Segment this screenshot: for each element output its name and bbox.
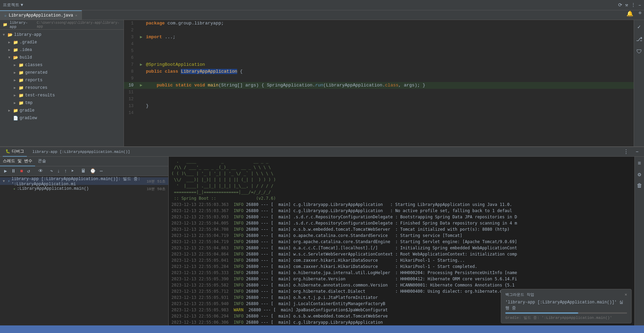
tree-item-gradlew[interactable]: ▶ 📄 gradlew [0, 114, 124, 122]
line-num-3: 3 [124, 34, 138, 41]
show-frames-btn[interactable]: 👁 [37, 168, 44, 175]
stop-btn[interactable]: ■ [19, 168, 24, 175]
debug-more-icon[interactable]: ⋮ [622, 148, 630, 156]
folder-icon: 📁 [19, 85, 24, 91]
pause-btn[interactable]: ⏸ [10, 168, 17, 175]
tree-item-gradlew-label: gradlew [20, 116, 37, 121]
code-line-5: 5 [124, 48, 634, 54]
tree-item-root[interactable]: ▼ 📂 library-app [0, 31, 124, 39]
tree-item-test-results[interactable]: ▶ 📁 test-results [0, 92, 124, 99]
tree-item-build[interactable]: ▼ 📂 build [0, 54, 124, 61]
tree-item-test-results-label: test-results [25, 93, 55, 98]
running-icon: ✦ [13, 186, 15, 191]
expand-arrow: ▶ [14, 101, 19, 105]
project-dropdown[interactable]: 프로젝트 ▼ [3, 2, 23, 8]
tree-item-gradle[interactable]: ▶ 📁 .gradle [0, 39, 124, 46]
debug-session-label: library-app [:LibraryAppApplication.main… [32, 150, 130, 154]
line-num-14: 14 [124, 110, 138, 116]
shield-sidebar-icon[interactable]: 🛡 [635, 48, 643, 56]
code-line-7: 7 ▶ @SpringBootApplication [124, 61, 634, 68]
line-gutter-3: ▶ [138, 34, 145, 41]
expand-arrow: ▶ [14, 86, 19, 90]
tab-close-icon[interactable]: ✕ [75, 13, 77, 18]
line-content-9 [145, 75, 149, 82]
tree-item-reports-label: reports [25, 78, 42, 83]
debug-minimize-icon[interactable]: – [633, 148, 641, 156]
line-num-12: 12 [124, 96, 138, 103]
thread-time-2: 10분 50초 [147, 186, 166, 191]
file-tree-panel: 📁 library-app C:\Users\ssong\app1\librar… [0, 20, 124, 146]
expand-arrow: ▶ [14, 71, 19, 75]
git-sidebar-icon[interactable]: ⎇ [635, 35, 643, 43]
log-line-14: 2023-12-13 22:55:05.582 INFO 26880 --- [… [171, 282, 632, 288]
step-out-btn[interactable]: ↑ [63, 168, 68, 175]
tree-item-idea[interactable]: ▶ 📁 .idea [0, 46, 124, 54]
filter-icon[interactable]: ≡ [635, 159, 644, 168]
debug-left-panel: 스레드 및 변수 콘솔 ▶ ⏸ ■ ↺ 👁 ↷ ↓ ↑ ➤ 🖩 [0, 157, 169, 325]
thread-label-1: library-app [:LibraryAppApplication.main… [11, 176, 147, 187]
project-label-text: 프로젝트 [3, 2, 19, 8]
line-content-7: @SpringBootApplication [145, 61, 205, 68]
log-line-11: 2023-12-13 22:55:05.284 INFO 26880 --- [… [171, 263, 632, 270]
trash-icon[interactable]: 🗑 [635, 181, 644, 190]
tree-item-classes-label: classes [25, 63, 42, 67]
sync-icon[interactable]: ⟳ [618, 2, 622, 8]
tree-item-generated[interactable]: ▶ 📁 generated [0, 69, 124, 76]
tree-item-idea-label: .idea [20, 48, 32, 52]
step-over-btn[interactable]: ↷ [49, 167, 54, 175]
code-editor[interactable]: 1 package com.group.libraryapp; 2 3 ▶ im… [124, 20, 634, 146]
more-debug-btn[interactable]: ⋯ [98, 167, 104, 175]
evaluate-btn[interactable]: 🖩 [80, 168, 87, 175]
tree-item-gradle2[interactable]: ▶ 📁 gradle [0, 107, 124, 114]
debug-tab-threads[interactable]: 스레드 및 변수 [0, 157, 35, 166]
more-icon[interactable]: ⋮ [631, 2, 636, 8]
tab-main-label: LibraryAppApplication.java [9, 13, 73, 18]
line-content-2 [145, 27, 149, 34]
tree-item-root-label: library-app [14, 32, 41, 37]
watch-btn[interactable]: ⌚ [88, 167, 97, 175]
line-content-11 [145, 89, 149, 96]
code-line-1: 1 package com.group.libraryapp; [124, 20, 634, 27]
code-line-12: 12 [124, 96, 634, 103]
popup-close-btn[interactable]: ✕ [625, 292, 627, 297]
expand-arrow: ▶ [8, 108, 13, 113]
tree-item-classes[interactable]: ▶ 📁 classes [0, 61, 124, 69]
line-content-10: public static void main(String[] args) {… [145, 82, 425, 89]
debug-tab-main[interactable]: 🐛 디버그 [3, 147, 27, 157]
tree-item-resources[interactable]: ▶ 📁 resources [0, 84, 124, 92]
debug-thread-item-1[interactable]: ▼ ⚡ library-app [:LibraryAppApplication.… [0, 177, 168, 185]
debug-thread-item-2[interactable]: ▶ ✦ :LibraryAppApplication.main() 10분 50… [0, 185, 168, 192]
code-line-14: 14 [124, 110, 634, 116]
expand-arrow: ▼ [3, 33, 8, 37]
step-into-btn[interactable]: ↓ [56, 168, 61, 175]
tree-item-reports[interactable]: ▶ 📁 reports [0, 76, 124, 84]
code-line-2: 2 [124, 27, 634, 34]
checkmark-sidebar-icon[interactable]: ✓ [635, 23, 643, 31]
restart-btn[interactable]: ↺ [26, 167, 31, 175]
folder-icon: 📁 [19, 93, 24, 98]
folder-icon: 📁 [3, 22, 8, 27]
build-icon[interactable]: ⚒ [625, 2, 628, 8]
line-num-7: 7 [124, 61, 138, 68]
log-line-9: 2023-12-13 22:55:04.864 INFO 26880 --- [… [171, 251, 632, 257]
debug-tab-bar: 스레드 및 변수 콘솔 [0, 157, 168, 166]
settings-icon[interactable]: ⚙ [636, 10, 644, 20]
step-cursor-btn[interactable]: ➤ [70, 167, 75, 175]
resume-btn[interactable]: ▶ [3, 167, 8, 175]
settings-debug-icon[interactable]: ⚙ [635, 170, 644, 179]
console-tab-label: 콘솔 [38, 158, 46, 164]
folder-open-icon: 📂 [13, 55, 18, 60]
folder-icon: 📁 [13, 40, 18, 45]
debug-tab-console[interactable]: 콘솔 [35, 157, 49, 166]
tab-main[interactable]: ☕ LibraryAppApplication.java ✕ [0, 10, 82, 20]
code-line-4: 4 [124, 41, 634, 48]
log-line-5: 2023-12-13 22:55:04.708 INFO 26880 --- [… [171, 226, 632, 232]
notifications-icon[interactable]: 🔔 [624, 10, 636, 20]
log-line-3: 2023-12-13 22:55:03.993 INFO 26880 --- [… [171, 214, 632, 220]
file-tree-root-label: library-app [10, 21, 33, 29]
tree-item-tmp[interactable]: ▶ 📁 tmp [0, 99, 124, 107]
log-line-1: 2023-12-13 22:55:03.363 INFO 26880 --- [… [171, 201, 632, 208]
minimize-icon[interactable]: – [638, 2, 641, 8]
debug-tab-label: 디버그 [12, 148, 24, 154]
bg-task-popup: 백그라운드 작업 ✕ 'library-app [:LibraryAppAppl… [501, 289, 632, 323]
